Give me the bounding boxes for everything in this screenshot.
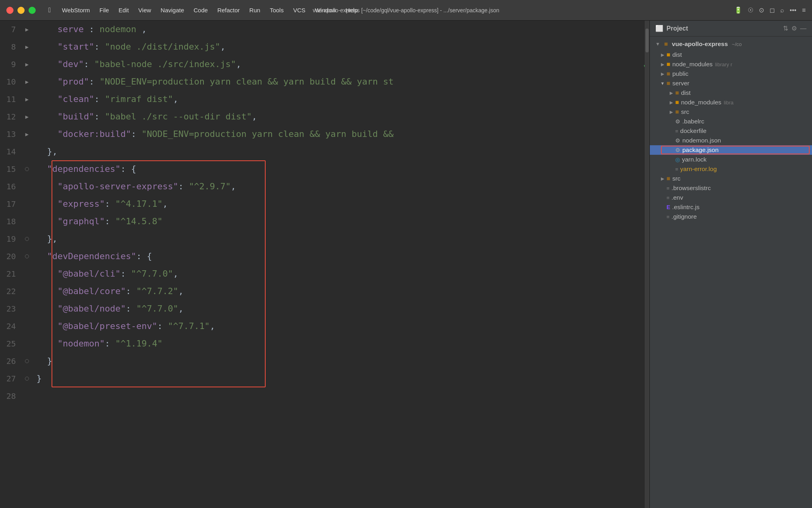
fold-indicator[interactable]: [25, 359, 29, 363]
time-icon: ⊙: [759, 6, 764, 14]
tree-item-gitignore[interactable]: ≡ .gitignore: [650, 212, 812, 221]
tree-item-node-modules-root[interactable]: ▶ ■ node_modules library r: [650, 60, 812, 69]
line-number: 23: [0, 300, 21, 318]
close-button[interactable]: [6, 7, 13, 14]
line-gutter: ▶: [21, 21, 33, 38]
menu-navigate[interactable]: Navigate: [156, 5, 189, 15]
code-line: 10▶ "prod": "NODE_ENV=production yarn cl…: [0, 73, 649, 90]
fold-arrow[interactable]: ▶: [25, 108, 29, 125]
menu-view[interactable]: View: [134, 5, 156, 15]
menu-run[interactable]: Run: [245, 5, 265, 15]
code-line: 28: [0, 387, 649, 405]
fold-arrow[interactable]: ▶: [25, 125, 29, 143]
code-line: 7▶ serve : nodemon ,: [0, 21, 649, 38]
code-line: 12▶ "build": "babel ./src --out-dir dist…: [0, 108, 649, 125]
item-arrow: ▶: [667, 90, 675, 96]
project-panel-icon: ⬜: [655, 25, 663, 32]
editor-scrollbar[interactable]: [645, 21, 649, 508]
menu-tools[interactable]: Tools: [265, 5, 288, 15]
fold-indicator[interactable]: [25, 237, 29, 241]
item-label-yarn-lock: yarn.lock: [682, 156, 707, 163]
apple-menu[interactable]: : [44, 5, 56, 16]
line-number: 9: [0, 56, 21, 73]
line-code: "clean": "rimraf dist",: [33, 90, 649, 108]
line-code: },: [33, 230, 649, 248]
panel-gear-icon[interactable]: ⚙: [791, 25, 797, 32]
fold-arrow[interactable]: ▶: [25, 73, 29, 90]
fold-arrow[interactable]: ▶: [25, 38, 29, 56]
menu-code[interactable]: Code: [189, 5, 213, 15]
line-code: "@babel/cli": "^7.7.0",: [33, 265, 649, 283]
fold-indicator[interactable]: [25, 167, 29, 171]
tree-item-eslintrc[interactable]: E .eslintrc.js: [650, 202, 812, 212]
fold-arrow[interactable]: ▶: [25, 21, 29, 38]
fold-indicator[interactable]: [25, 254, 29, 258]
tree-item-yarn-error-log[interactable]: ≡ yarn-error.log: [650, 164, 812, 174]
tree-item-yarn-lock[interactable]: ◎ yarn.lock: [650, 155, 812, 164]
code-line: 14 },: [0, 143, 649, 160]
file-icon: ≡: [675, 166, 678, 172]
tree-item-src-root[interactable]: ▶ ■ src: [650, 174, 812, 183]
line-number: 7: [0, 21, 21, 38]
project-root-path: ~/co: [732, 41, 742, 47]
tree-item-browserslistrc[interactable]: ≡ .browserslistrc: [650, 183, 812, 193]
minimize-button[interactable]: [17, 7, 25, 14]
fold-indicator[interactable]: [25, 377, 29, 381]
fold-arrow[interactable]: ▶: [25, 90, 29, 108]
tree-item-package-json[interactable]: ⚙ package.json: [650, 145, 812, 155]
tree-item-server-node-modules[interactable]: ▶ ■ node_modules libra: [650, 98, 812, 107]
panel-sort-icon[interactable]: ⇅: [783, 25, 788, 32]
item-arrow: ▶: [667, 100, 675, 105]
code-line: 19 },: [0, 230, 649, 248]
file-icon: ≡: [666, 185, 670, 191]
line-code: "@babel/preset-env": "^7.7.1",: [33, 318, 649, 335]
line-number: 22: [0, 283, 21, 300]
arrow-closed-icon: ▶: [661, 71, 664, 77]
line-number: 16: [0, 178, 21, 195]
editor-pane[interactable]: 7▶ serve : nodemon ,8▶ "start": "node ./…: [0, 21, 649, 508]
panel-title: Project: [666, 25, 780, 32]
menu-edit[interactable]: Edit: [114, 5, 134, 15]
tree-item-nodemon-json[interactable]: ⚙ nodemon.json: [650, 136, 812, 145]
fold-arrow[interactable]: ▶: [25, 56, 29, 73]
line-code: }: [33, 370, 649, 387]
item-label-src-root: src: [672, 175, 681, 182]
item-label-dist-root: dist: [672, 51, 682, 58]
panel-minimize-icon[interactable]: —: [800, 25, 806, 32]
menu-vcs[interactable]: VCS: [288, 5, 310, 15]
gear-icon: ⚙: [675, 137, 680, 144]
menu-refactor[interactable]: Refactor: [213, 5, 245, 15]
arrow-closed-icon: ▶: [670, 110, 673, 115]
menu-right-icons: 🔋 ☉ ⊙ ◻ ⌕ ••• ≡: [734, 6, 806, 14]
line-number: 19: [0, 230, 21, 248]
list-icon: ≡: [802, 7, 806, 14]
item-arrow: ▶: [659, 52, 666, 58]
tree-item-server-dist[interactable]: ▶ ■ dist: [650, 88, 812, 98]
line-number: 25: [0, 335, 21, 352]
wifi-icon: ☉: [748, 6, 753, 14]
folder-icon: ■: [666, 175, 670, 182]
line-number: 11: [0, 90, 21, 108]
tree-item-server[interactable]: ▼ ■ server: [650, 79, 812, 88]
line-number: 24: [0, 318, 21, 335]
tree-item-babelrc[interactable]: ⚙ .babelrc: [650, 117, 812, 126]
tree-item-server-src[interactable]: ▶ ■ src: [650, 107, 812, 117]
tree-item-env[interactable]: ≡ .env: [650, 193, 812, 202]
project-root[interactable]: ▼ ■ vue-apollo-express ~/co: [650, 38, 812, 50]
line-gutter: ▶: [21, 38, 33, 56]
traffic-lights: [6, 7, 36, 14]
folder-icon: ■: [666, 80, 670, 87]
item-label-server: server: [672, 80, 689, 87]
item-label-node-modules-root: node_modules: [672, 61, 713, 68]
menu-webstorm[interactable]: WebStorm: [57, 5, 95, 15]
code-line: 15 "dependencies": {: [0, 160, 649, 178]
maximize-button[interactable]: [29, 7, 36, 14]
tree-item-dist-root[interactable]: ▶ ■ dist: [650, 50, 812, 60]
item-label-eslintrc: .eslintrc.js: [672, 204, 699, 211]
scrollbar-thumb[interactable]: [645, 29, 649, 52]
arrow-closed-icon: ▶: [670, 90, 673, 96]
menu-file[interactable]: File: [95, 5, 114, 15]
tree-item-dockerfile[interactable]: ≡ dockerfile: [650, 126, 812, 136]
tree-item-public[interactable]: ▶ ■ public: [650, 69, 812, 79]
folder-icon: ■: [666, 70, 670, 77]
